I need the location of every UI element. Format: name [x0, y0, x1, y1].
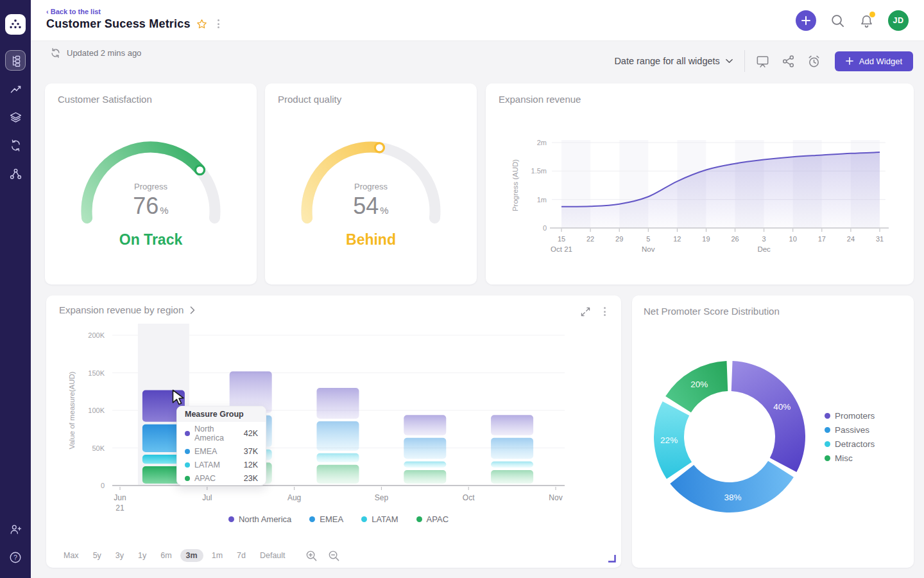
tooltip-series-label: LATAM — [194, 460, 239, 469]
legend-item-detractors[interactable]: Detractors — [825, 439, 875, 449]
sidebar: ? — [0, 0, 31, 578]
tooltip-series-value: 37K — [244, 447, 258, 456]
svg-text:Jun: Jun — [114, 493, 126, 502]
back-link[interactable]: ‹ Back to the list — [46, 8, 101, 15]
svg-text:20%: 20% — [690, 380, 708, 389]
sidebar-item-sync[interactable] — [5, 135, 26, 155]
svg-text:26: 26 — [731, 235, 739, 243]
legend-label: EMEA — [320, 514, 343, 524]
bar-chart-legend: North AmericaEMEALATAMAPAC — [112, 514, 565, 524]
zoom-in-button[interactable] — [305, 550, 318, 562]
dashboard-page: ? ‹ Back to the list Customer Sucess Met… — [0, 0, 924, 578]
add-widget-label: Add Widget — [859, 57, 902, 66]
sidebar-item-layers[interactable] — [5, 107, 26, 127]
sidebar-item-dashboards[interactable] — [5, 50, 26, 71]
svg-text:150K: 150K — [88, 369, 105, 377]
svg-text:Progress (AUD): Progress (AUD) — [511, 159, 519, 211]
customer-satisfaction-card: Customer Satisfaction Progress 76% On Tr… — [45, 83, 257, 285]
title-kebab-menu-icon[interactable] — [214, 17, 223, 31]
svg-text:Sep: Sep — [375, 493, 389, 502]
svg-text:5: 5 — [646, 235, 650, 243]
app-logo[interactable] — [5, 14, 26, 35]
legend-item-apac[interactable]: APAC — [416, 514, 449, 524]
svg-text:19: 19 — [702, 235, 710, 243]
legend-item-north-america[interactable]: North America — [228, 514, 291, 524]
svg-text:17: 17 — [818, 235, 826, 243]
dashboard-tree-icon — [9, 54, 22, 67]
svg-text:2m: 2m — [537, 139, 547, 146]
series-dot-icon — [185, 462, 190, 468]
add-user-icon — [8, 522, 22, 536]
network-icon — [9, 167, 22, 180]
nps-distribution-card: Net Promoter Score Distribution 40%38%22… — [632, 295, 914, 568]
tooltip-series-label: APAC — [194, 474, 239, 483]
range-button-5y[interactable]: 5y — [87, 549, 107, 562]
svg-text:Oct 21: Oct 21 — [551, 245, 572, 253]
svg-text:200K: 200K — [88, 331, 105, 339]
range-button-1y[interactable]: 1y — [132, 549, 152, 562]
updated-text: Updated 2 mins ago — [67, 48, 141, 58]
range-button-7d[interactable]: 7d — [231, 549, 252, 562]
sync-icon — [9, 139, 22, 152]
legend-label: Passives — [835, 425, 869, 435]
search-icon — [830, 13, 845, 28]
present-button[interactable] — [750, 50, 776, 72]
range-button-3m[interactable]: 3m — [180, 549, 203, 562]
tooltip-row: APAC23K — [177, 471, 266, 485]
favorite-star-icon[interactable] — [196, 17, 209, 30]
svg-text:12: 12 — [673, 235, 681, 243]
add-widget-button[interactable]: Add Widget — [835, 51, 913, 71]
series-dot-icon — [185, 476, 190, 481]
expansion-revenue-line-chart[interactable]: 01m1.5m2m1522295121926310172431Oct 21Nov… — [486, 83, 914, 285]
date-range-dropdown[interactable]: Date range for all widgets — [614, 56, 744, 66]
legend-item-misc[interactable]: Misc — [825, 453, 875, 463]
search-button[interactable] — [830, 13, 845, 28]
range-button-default[interactable]: Default — [254, 549, 291, 562]
refresh-icon[interactable] — [50, 48, 61, 58]
gauge-status: Behind — [265, 231, 477, 249]
plus-icon — [801, 16, 810, 25]
legend-dot-icon — [825, 441, 830, 447]
legend-item-emea[interactable]: EMEA — [309, 514, 343, 524]
svg-text:Nov: Nov — [549, 493, 562, 502]
share-icon — [781, 54, 796, 69]
nps-legend: PromotersPassivesDetractorsMisc — [825, 411, 875, 463]
legend-dot-icon — [825, 427, 830, 433]
resize-corner-icon[interactable] — [608, 554, 616, 563]
legend-dot-icon — [825, 413, 830, 419]
avatar[interactable]: JD — [888, 10, 909, 31]
top-header: ‹ Back to the list Customer Sucess Metri… — [31, 0, 924, 41]
layers-icon — [9, 110, 22, 124]
sidebar-item-help[interactable]: ? — [5, 547, 26, 568]
range-button-max[interactable]: Max — [58, 549, 85, 562]
svg-text:3: 3 — [762, 235, 766, 243]
chevron-down-icon — [726, 58, 733, 64]
zoom-out-button[interactable] — [328, 550, 340, 562]
tooltip-row: LATAM12K — [177, 458, 266, 471]
range-button-1m[interactable]: 1m — [206, 549, 228, 562]
range-button-6m[interactable]: 6m — [155, 549, 177, 562]
expansion-by-region-card: Expansion revenue by region 050K100K150K… — [46, 295, 621, 568]
product-quality-card: Product quality Progress 54% Behind — [265, 83, 477, 285]
legend-item-latam[interactable]: LATAM — [361, 514, 398, 524]
notifications-button[interactable] — [859, 13, 874, 28]
legend-label: Detractors — [835, 439, 875, 449]
gauge-progress-label: Progress — [265, 182, 477, 191]
tooltip-row: North America42K — [177, 422, 266, 444]
region-stacked-bar-chart[interactable]: 050K100K150K200KJun21JulAugSepOctNovValu… — [46, 295, 621, 568]
tooltip-series-label: EMEA — [194, 447, 239, 456]
sidebar-item-trends[interactable] — [5, 78, 26, 99]
mouse-cursor — [172, 389, 186, 405]
legend-item-promoters[interactable]: Promoters — [825, 411, 875, 421]
legend-item-passives[interactable]: Passives — [825, 425, 875, 435]
range-button-3y[interactable]: 3y — [110, 549, 130, 562]
share-button[interactable] — [776, 50, 801, 72]
create-new-button[interactable] — [796, 10, 816, 31]
sidebar-item-relations[interactable] — [5, 163, 26, 184]
svg-text:Value of measure(AUD): Value of measure(AUD) — [68, 371, 76, 449]
app-logo-icon — [8, 17, 22, 31]
schedule-button[interactable] — [801, 50, 827, 72]
gauge-value: 54% — [265, 193, 477, 220]
legend-dot-icon — [228, 516, 234, 522]
sidebar-item-invite-user[interactable] — [5, 519, 26, 539]
